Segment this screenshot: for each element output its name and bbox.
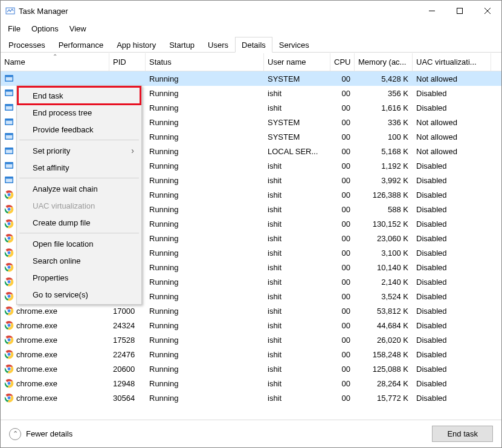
process-memory: 44,684 K [355,321,413,330]
chrome-icon [4,291,14,301]
col-header-cpu[interactable]: CPU [330,53,355,71]
end-task-button[interactable]: End task [432,426,493,442]
process-uac: Disabled [413,219,491,229]
menubar: File Options View [1,21,501,36]
ctx-search-online[interactable]: Search online [18,252,140,269]
ctx-go-to-services[interactable]: Go to service(s) [18,286,140,303]
process-status: Running [146,336,264,345]
process-status: Running [146,147,264,156]
chrome-icon [4,204,14,214]
process-user: ishit [264,234,330,243]
process-name: chrome.exe [16,365,57,374]
tab-details[interactable]: Details [235,37,272,53]
svg-point-43 [8,252,11,255]
process-memory: 3,100 K [355,248,413,258]
table-row[interactable]: chrome.exe17528Runningishit0026,020 KDis… [1,333,501,347]
ctx-properties[interactable]: Properties [18,269,140,286]
tab-users[interactable]: Users [201,37,235,53]
col-header-memory[interactable]: Memory (ac... [355,53,413,71]
svg-rect-16 [6,120,13,121]
table-row[interactable]: chrome.exe24324Runningishit0044,684 KDis… [1,318,501,333]
process-uac: Not allowed [413,74,491,83]
fewer-details-button[interactable]: ⌃ Fewer details [9,428,72,440]
ctx-set-priority[interactable]: Set priority [18,142,140,159]
process-memory: 1,616 K [355,103,413,112]
ctx-analyze-wait-chain[interactable]: Analyze wait chain [18,180,140,197]
process-uac: Disabled [413,205,491,214]
process-uac: Disabled [413,161,491,170]
window-title: Task Manager [19,7,68,16]
ctx-open-file-location[interactable]: Open file location [18,235,140,252]
process-user: ishit [264,176,330,185]
process-user: ishit [264,365,330,374]
process-cpu: 00 [330,132,355,141]
table-row[interactable]: RunningSYSTEM005,428 KNot allowed [1,71,501,86]
process-memory: 23,060 K [355,234,413,243]
table-row[interactable]: chrome.exe17000Runningishit0053,812 KDis… [1,304,501,318]
tab-processes[interactable]: Processes [2,37,52,53]
app-window-icon [4,117,14,127]
process-status: Running [146,219,264,229]
process-memory: 2,140 K [355,278,413,287]
process-user: ishit [264,161,330,170]
ctx-create-dump-file[interactable]: Create dump file [18,214,140,231]
table-row[interactable]: chrome.exe12948Runningishit0028,264 KDis… [1,376,501,391]
svg-point-67 [8,368,11,371]
task-manager-window: Task Manager File Options View Processes… [0,0,502,448]
minimize-button[interactable] [418,1,446,21]
ctx-provide-feedback[interactable]: Provide feedback [18,121,140,138]
chrome-icon [4,190,14,200]
chrome-icon [4,335,14,345]
svg-rect-13 [6,105,13,106]
chrome-icon [4,219,14,229]
table-row[interactable]: chrome.exe20600Runningishit00125,088 KDi… [1,362,501,376]
tab-startup[interactable]: Startup [163,37,201,53]
menu-options[interactable]: Options [27,23,63,34]
table-row[interactable]: chrome.exe22476Runningishit00158,248 KDi… [1,347,501,362]
process-uac: Disabled [413,278,491,287]
process-status: Running [146,205,264,214]
app-window-icon [4,146,14,156]
ctx-end-process-tree[interactable]: End process tree [18,104,140,121]
process-cpu: 00 [330,292,355,301]
window-controls [418,1,501,21]
ctx-set-affinity[interactable]: Set affinity [18,159,140,176]
col-header-status[interactable]: Status [146,53,264,71]
process-memory: 100 K [355,132,413,141]
process-cpu: 00 [330,394,355,403]
process-status: Running [146,321,264,330]
process-pid: 17528 [109,336,146,345]
col-header-user[interactable]: User name [264,53,330,71]
process-memory: 3,992 K [355,176,413,185]
process-uac: Disabled [413,176,491,185]
process-user: ishit [264,205,330,214]
process-memory: 336 K [355,118,413,127]
process-cpu: 00 [330,190,355,200]
close-button[interactable] [474,1,501,21]
fewer-details-label: Fewer details [26,429,72,438]
process-status: Running [146,350,264,359]
process-uac: Disabled [413,307,491,316]
process-cpu: 00 [330,89,355,98]
process-memory: 130,152 K [355,219,413,229]
process-cpu: 00 [330,365,355,374]
process-status: Running [146,74,264,83]
maximize-button[interactable] [446,1,474,21]
table-row[interactable]: chrome.exe30564Runningishit0015,772 KDis… [1,391,501,405]
tab-performance[interactable]: Performance [52,37,110,53]
col-header-uac[interactable]: UAC virtualizati... [413,53,491,71]
process-name: chrome.exe [16,336,57,345]
ctx-end-task[interactable]: End task [18,87,140,104]
svg-point-55 [8,310,11,313]
footer: ⌃ Fewer details End task [1,420,501,447]
col-header-pid[interactable]: PID [109,53,146,71]
tab-app-history[interactable]: App history [110,37,163,53]
process-memory: 3,524 K [355,292,413,301]
menu-file[interactable]: File [3,23,25,34]
process-cpu: 00 [330,176,355,185]
tab-services[interactable]: Services [272,37,316,53]
process-cpu: 00 [330,147,355,156]
process-pid: 30564 [109,394,146,403]
menu-view[interactable]: View [65,23,91,34]
ctx-separator [19,140,139,140]
